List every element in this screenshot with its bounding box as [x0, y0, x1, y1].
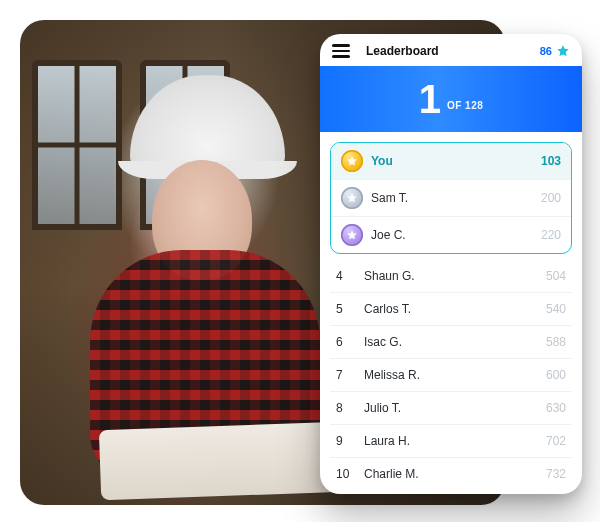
top-row[interactable]: Sam T.200: [331, 179, 571, 216]
top-three-card: You103Sam T.200Joe C.220: [330, 142, 572, 254]
list-item-left: 7Melissa R.: [336, 368, 420, 382]
list-item-left: 10Charlie M.: [336, 467, 419, 481]
list-item-name: Charlie M.: [364, 467, 419, 481]
top-row-name: Joe C.: [371, 228, 406, 242]
list-item[interactable]: 8Julio T.630: [330, 392, 572, 425]
header-left: Leaderboard: [332, 44, 439, 58]
leaderboard-app: Leaderboard 86 1 OF 128 You103Sam T.200J…: [320, 34, 582, 494]
list-item-left: 5Carlos T.: [336, 302, 411, 316]
list-item[interactable]: 7Melissa R.600: [330, 359, 572, 392]
silver-medal-icon: [341, 187, 363, 209]
top-row-left: Joe C.: [341, 224, 406, 246]
bronze-medal-icon: [341, 224, 363, 246]
list-item-score: 600: [546, 368, 566, 382]
list-item-name: Julio T.: [364, 401, 401, 415]
list-item-left: 6Isac G.: [336, 335, 402, 349]
top-row-score: 103: [541, 154, 561, 168]
list-item[interactable]: 10Charlie M.732: [330, 458, 572, 490]
top-row-name: Sam T.: [371, 191, 408, 205]
top-row-score: 200: [541, 191, 561, 205]
list-item-name: Melissa R.: [364, 368, 420, 382]
page-title: Leaderboard: [366, 44, 439, 58]
rank-banner: 1 OF 128: [320, 66, 582, 132]
list-item-rank: 8: [336, 401, 352, 415]
top-row-score: 220: [541, 228, 561, 242]
app-header: Leaderboard 86: [320, 34, 582, 66]
top-row-left: You: [341, 150, 393, 172]
list-item-score: 588: [546, 335, 566, 349]
top-row[interactable]: Joe C.220: [331, 216, 571, 253]
list-item-left: 4Shaun G.: [336, 269, 415, 283]
list-item-score: 630: [546, 401, 566, 415]
list-item-rank: 9: [336, 434, 352, 448]
list-item-name: Isac G.: [364, 335, 402, 349]
list-item-rank: 10: [336, 467, 352, 481]
list-item-rank: 5: [336, 302, 352, 316]
list-item[interactable]: 5Carlos T.540: [330, 293, 572, 326]
window-decor: [32, 60, 122, 230]
menu-icon[interactable]: [332, 44, 350, 58]
rank-position: 1: [419, 79, 441, 119]
list-item-left: 8Julio T.: [336, 401, 401, 415]
points-badge[interactable]: 86: [540, 44, 570, 58]
points-value: 86: [540, 45, 552, 57]
list-item-name: Shaun G.: [364, 269, 415, 283]
list-item-left: 9Laura H.: [336, 434, 410, 448]
list-item-rank: 7: [336, 368, 352, 382]
rank-of-total: OF 128: [447, 100, 483, 111]
leaderboard-list[interactable]: 4Shaun G.5045Carlos T.5406Isac G.5887Mel…: [320, 260, 582, 494]
canvas: Leaderboard 86 1 OF 128 You103Sam T.200J…: [0, 0, 600, 522]
list-item[interactable]: 9Laura H.702: [330, 425, 572, 458]
list-item[interactable]: 4Shaun G.504: [330, 260, 572, 293]
list-item-score: 504: [546, 269, 566, 283]
list-item-rank: 4: [336, 269, 352, 283]
list-item-name: Carlos T.: [364, 302, 411, 316]
gold-medal-icon: [341, 150, 363, 172]
star-icon: [556, 44, 570, 58]
top-row-left: Sam T.: [341, 187, 408, 209]
list-item-rank: 6: [336, 335, 352, 349]
top-row[interactable]: You103: [331, 143, 571, 179]
list-item-score: 540: [546, 302, 566, 316]
list-item-score: 732: [546, 467, 566, 481]
list-item[interactable]: 6Isac G.588: [330, 326, 572, 359]
top-row-name: You: [371, 154, 393, 168]
list-item-score: 702: [546, 434, 566, 448]
list-item-name: Laura H.: [364, 434, 410, 448]
